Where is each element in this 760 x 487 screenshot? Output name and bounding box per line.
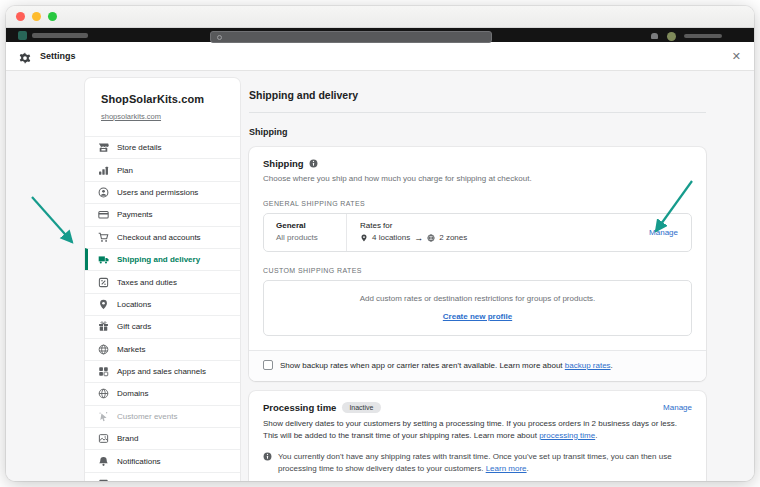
processing-description: Show delivery dates to your customers by… xyxy=(263,418,692,442)
backup-text-after: . xyxy=(611,361,613,370)
sidebar-item-locations[interactable]: Locations xyxy=(85,293,240,315)
sidebar-item-apps-and-sales-channels[interactable]: Apps and sales channels xyxy=(85,360,240,382)
layers-icon xyxy=(98,478,109,481)
user-avatar[interactable] xyxy=(667,32,676,41)
brand-image-icon xyxy=(98,433,109,444)
create-new-profile-link[interactable]: Create new profile xyxy=(443,312,512,321)
rates-manage-cell: Manage xyxy=(633,214,691,251)
sidebar-item-label: Locations xyxy=(117,300,151,309)
custom-rates-box: Add custom rates or destination restrict… xyxy=(263,280,692,336)
processing-note-text: You currently don't have any shipping ra… xyxy=(278,451,692,475)
minimize-window-button[interactable] xyxy=(32,12,41,21)
store-name-topbar xyxy=(32,33,88,38)
sidebar-item-label: Customer events xyxy=(117,412,177,421)
sidebar-item-label: Domains xyxy=(117,389,149,398)
cart-icon xyxy=(98,232,109,243)
modal-title: Settings xyxy=(40,51,76,61)
gift-icon xyxy=(98,321,109,332)
backup-text-before: Show backup rates when app or carrier ra… xyxy=(280,361,565,370)
processing-time-link[interactable]: processing time xyxy=(539,431,595,440)
store-url-link[interactable]: shopsolarkits.com xyxy=(101,112,161,121)
backup-rates-checkbox[interactable] xyxy=(263,360,273,370)
sidebar-item-checkout-and-accounts[interactable]: Checkout and accounts xyxy=(85,226,240,248)
page-title: Shipping and delivery xyxy=(249,89,706,101)
shipping-card-title: Shipping xyxy=(263,158,304,169)
sidebar-item-label: Store details xyxy=(117,143,161,152)
globe-icon xyxy=(98,344,109,355)
sidebar-item-metafields[interactable]: Metafields xyxy=(85,472,240,481)
sidebar-item-store-details[interactable]: Store details xyxy=(85,136,240,158)
sidebar-item-label: Brand xyxy=(117,434,138,443)
processing-desc-after: . xyxy=(595,431,597,440)
settings-modal-body: ShopSolarKits.com shopsolarkits.com Stor… xyxy=(6,71,754,481)
admin-topbar xyxy=(6,28,754,42)
processing-card-body: Processing time Inactive Manage Show del… xyxy=(249,391,706,481)
sidebar-item-users-and-permissions[interactable]: Users and permissions xyxy=(85,181,240,203)
maximize-window-button[interactable] xyxy=(48,12,57,21)
sidebar-item-label: Apps and sales channels xyxy=(117,367,206,376)
notification-bell-icon[interactable] xyxy=(651,33,658,39)
close-window-button[interactable] xyxy=(16,12,25,21)
user-name-topbar xyxy=(684,34,722,38)
sidebar-item-label: Gift cards xyxy=(117,322,151,331)
custom-rates-label: CUSTOM SHIPPING RATES xyxy=(263,267,692,274)
sidebar-item-gift-cards[interactable]: Gift cards xyxy=(85,315,240,337)
sidebar-item-label: Notifications xyxy=(117,457,161,466)
store-header: ShopSolarKits.com shopsolarkits.com xyxy=(85,78,240,132)
shipping-card-title-row: Shipping xyxy=(263,158,692,169)
title-divider xyxy=(249,112,706,113)
locations-count: 4 locations xyxy=(372,233,410,242)
shopify-logo xyxy=(18,31,27,40)
shipping-card-description: Choose where you ship and how much you c… xyxy=(263,173,692,185)
note-after: . xyxy=(527,464,529,473)
sidebar-item-shipping-and-delivery[interactable]: Shipping and delivery xyxy=(85,248,240,270)
rates-profile-scope: All products xyxy=(276,233,346,242)
close-settings-icon[interactable]: ✕ xyxy=(732,51,741,62)
gear-icon xyxy=(19,50,31,62)
truck-icon xyxy=(98,254,109,265)
sidebar-item-notifications[interactable]: Notifications xyxy=(85,449,240,471)
backup-rates-row: Show backup rates when app or carrier ra… xyxy=(249,350,706,381)
settings-modal-header: Settings ✕ xyxy=(6,42,754,71)
credit-card-icon xyxy=(98,209,109,220)
processing-note: You currently don't have any shipping ra… xyxy=(263,451,692,481)
manage-processing-link[interactable]: Manage xyxy=(663,403,692,412)
percent-document-icon xyxy=(98,277,109,288)
processing-desc-before: Show delivery dates to your customers by… xyxy=(263,419,677,440)
manage-general-rates-link[interactable]: Manage xyxy=(649,228,678,237)
shipping-section-label: Shipping xyxy=(249,127,706,137)
sidebar-item-customer-events[interactable]: Customer events xyxy=(85,405,240,427)
rates-profile-name: General xyxy=(276,221,346,230)
general-rates-row: General All products Rates for 4 locatio… xyxy=(263,213,692,252)
sidebar-item-label: Metafields xyxy=(117,479,153,481)
learn-more-link[interactable]: Learn more xyxy=(486,464,527,473)
rates-summary-cell: Rates for 4 locations → 2 zones xyxy=(346,214,633,251)
backup-rates-link[interactable]: backup rates xyxy=(565,361,611,370)
info-icon xyxy=(263,452,272,461)
settings-sidebar: ShopSolarKits.com shopsolarkits.com Stor… xyxy=(85,78,240,481)
rates-locations-zones: 4 locations → 2 zones xyxy=(360,233,623,243)
processing-header-row: Processing time Inactive Manage xyxy=(263,402,692,413)
sidebar-item-brand[interactable]: Brand xyxy=(85,427,240,449)
sidebar-item-payments[interactable]: Payments xyxy=(85,203,240,225)
general-rates-label: GENERAL SHIPPING RATES xyxy=(263,200,692,207)
apps-grid-icon xyxy=(98,366,109,377)
bell-icon xyxy=(98,456,109,467)
inactive-badge: Inactive xyxy=(342,402,380,413)
map-pin-icon xyxy=(98,299,109,310)
settings-main-panel: Shipping and delivery Shipping Shipping … xyxy=(249,78,706,481)
sidebar-item-taxes-and-duties[interactable]: Taxes and duties xyxy=(85,270,240,292)
annotation-arrow-sidebar xyxy=(28,193,84,253)
app-window: Settings ✕ ShopSolarKits.com shopsolarki… xyxy=(6,6,754,481)
user-circle-icon xyxy=(98,187,109,198)
domain-globe-icon xyxy=(98,388,109,399)
topbar-search-input[interactable] xyxy=(210,31,492,43)
sidebar-item-domains[interactable]: Domains xyxy=(85,382,240,404)
zones-count: 2 zones xyxy=(439,233,467,242)
info-icon[interactable] xyxy=(309,159,318,168)
sidebar-item-label: Users and permissions xyxy=(117,188,198,197)
sidebar-item-plan[interactable]: Plan xyxy=(85,158,240,180)
sidebar-item-label: Payments xyxy=(117,210,153,219)
sidebar-item-markets[interactable]: Markets xyxy=(85,338,240,360)
macos-titlebar xyxy=(6,6,754,28)
